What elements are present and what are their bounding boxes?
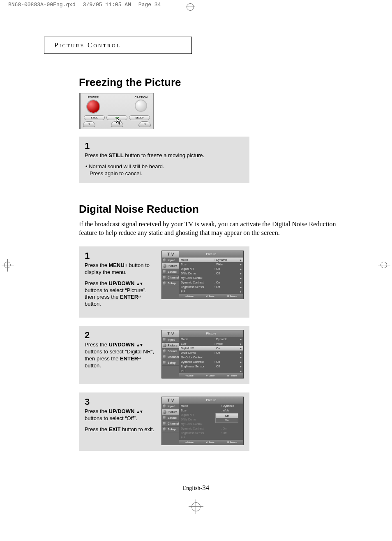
tv-sidebar: Input Picture Sound Channel Setup [162,337,179,378]
arrow-right-icon [239,267,242,271]
tv-side-setup: Setup [162,427,179,432]
tv-popup-on: On [216,418,238,423]
arrow-right-icon [239,285,242,289]
print-filename: BN68-00883A-00Eng.qxd [8,2,76,8]
page-body: Picture Control Freezing the Picture POW… [44,37,348,517]
updown-icon: ▲▼ [136,343,143,347]
step-line: Press the UP/DOWN ▲▼ buttons to select “… [85,341,157,369]
tv-side-picture: Picture [162,343,179,348]
section-tab-label: Picture Control [54,41,121,49]
arrow-right-icon [239,351,242,355]
dnr-step-2: 2 Press the UP/DOWN ▲▼ buttons to select… [79,326,249,384]
still-button: STILL [84,115,105,120]
heading-dnr: Digital Noise Reduction [79,203,348,216]
tv-footer: ♦ Move ↵ Enter Ⅲ Return [179,294,243,299]
tv-menu-title: Picture [179,251,243,258]
arrow-right-icon [239,280,242,285]
enter-icon: ↵ [138,295,141,299]
tv-menu-screenshot: T V Picture Input Picture Sound Channel … [161,397,244,445]
tv-row-brightness: Brightness Sensor: Off [179,364,243,369]
registration-mark-icon [2,259,14,272]
tv-menu-title: Picture [179,330,243,337]
arrow-right-icon [239,271,242,276]
tv-row-brightness: Brightness Sensor: Off [179,285,243,289]
tv-side-channel: Channel [162,275,179,281]
tv-footer: ♦ Move ↵ Enter Ⅲ Return [179,440,243,445]
step-number: 3 [85,397,157,407]
arrow-right-icon [239,262,242,267]
tv-side-setup: Setup [162,360,179,366]
intro-dnr: If the broadcast signal received by your… [79,220,348,237]
tv-row-brightness: Brightness Sensor: Off [179,431,243,435]
tv-menu-screenshot: T V Picture Input Picture Sound Channel … [161,330,244,378]
arrow-right-icon [239,258,242,262]
tv-logo: T V [162,330,179,337]
power-button-icon [86,100,100,114]
tv-row-dyncontrast: Dynamic Contrast: On [179,280,243,285]
tv-row-mode: Mode: Dynamic [179,404,243,408]
tv-content: Mode: Dynamic Size: Wide Digital NR: On … [179,258,243,299]
step-bullet: • Normal sound will still be heard. [85,163,244,170]
step-number: 2 [85,330,157,341]
heading-freezing: Freezing the Picture [79,76,348,89]
tv-row-dnie: DNIe Demo: Off [179,271,243,276]
registration-mark-icon [378,259,390,272]
tv-side-channel: Channel [162,354,179,360]
step-line: Press the EXIT button to exit. [85,426,157,433]
tv-sidebar: Input Picture Sound Channel Setup [162,404,179,445]
sleep-button: SLEEP [129,115,150,120]
step-line: Press again to cancel. [85,170,244,177]
arrow-right-icon [239,369,242,373]
step-line: Press the MENUⅢ button to display the me… [85,262,157,276]
tv-row-size: Size: Wide [179,262,243,267]
tv-row-dyncontrast: Dynamic Contrast: On [179,360,243,364]
tv-sidebar: Input Picture Sound Channel Setup [162,258,179,299]
tv-side-input: Input [162,404,179,409]
tv-row-dyncontrast: Dynamic Contrast: On [179,426,243,431]
tv-side-sound: Sound [162,269,179,275]
menu-icon: Ⅲ [125,263,127,267]
tv-row-digitalnr: Digital NR: On [179,346,243,351]
dnr-step-3: 3 Press the UP/DOWN ▲▼ buttons to select… [79,392,249,451]
tv-menu-title: Picture [179,397,243,404]
tv-row-size: Size: Wide [179,341,243,346]
step-line: Press the STILL button to freeze a movin… [85,152,244,159]
step-line: Press the UP/DOWN ▲▼ buttons to select “… [85,280,157,308]
tv-row-size: Size: Wide [179,408,243,413]
arrow-right-icon [239,289,242,294]
tv-logo: T V [162,397,179,404]
tv-popup-off: Off [216,413,238,418]
tv-row-mycolor: My Color Control [179,355,243,360]
crop-line-icon [368,11,368,37]
arrow-right-icon [239,341,242,346]
tv-side-sound: Sound [162,348,179,354]
remote-power-label: POWER [86,96,100,99]
caption-button-icon [135,100,147,112]
tv-content: Mode: Dynamic Size: Wide Digital NR DNIe… [179,404,243,445]
tv-content: Mode: Dynamic Size: Wide Digital NR: On … [179,337,243,378]
tv-row-mode: Mode: Dynamic [179,337,243,341]
print-page: Page 34 [138,2,161,8]
arrow-right-icon [239,337,242,341]
num-1-button: 1 [83,121,95,127]
section-tab: Picture Control [44,37,192,54]
tv-menu-screenshot: T V Picture Input Picture Sound Channel … [161,251,244,299]
tv-side-input: Input [162,258,179,263]
tv-logo: T V [162,251,179,258]
crop-mark-icon [182,1,199,17]
remote-illustration: POWER CAPTION STILL PIP SLEEP 1 3 [79,93,154,129]
tv-side-channel: Channel [162,421,179,427]
updown-icon: ▲▼ [136,409,143,414]
dnr-step-1: 1 Press the MENUⅢ button to display the … [79,246,249,318]
tv-row-mycolor: My Color Control [179,276,243,280]
step-line: Press the UP/DOWN ▲▼ buttons to select “… [85,408,157,422]
step-freeze: 1 Press the STILL button to freeze a mov… [79,137,249,183]
num-3-button: 3 [138,121,151,127]
tv-popup: Off On [215,413,238,423]
tv-row-mode: Mode: Dynamic [179,258,243,262]
tv-side-input: Input [162,337,179,343]
tv-footer: ♦ Move ↵ Enter Ⅲ Return [179,373,243,378]
tv-row-pip: PIP [179,289,243,294]
arrow-right-icon [239,364,242,369]
tv-side-sound: Sound [162,415,179,421]
